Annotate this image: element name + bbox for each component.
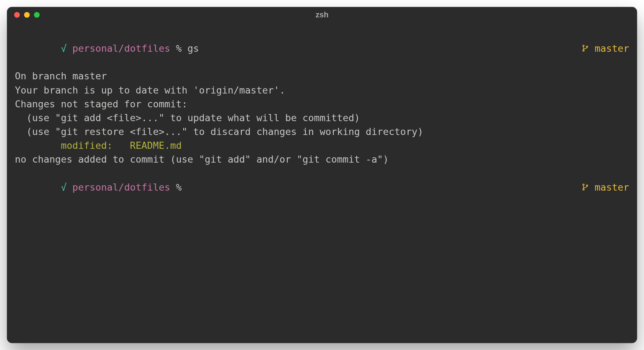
- prompt-line: √ personal/dotfiles % master: [15, 166, 629, 208]
- titlebar: zsh: [7, 7, 637, 23]
- svg-point-0: [583, 45, 584, 47]
- branch-indicator: master: [536, 166, 629, 208]
- svg-point-4: [583, 188, 584, 190]
- git-branch-icon: [582, 182, 589, 193]
- output-line: (use "git restore <file>..." to discard …: [15, 125, 629, 139]
- close-button[interactable]: [14, 12, 20, 18]
- git-branch-icon: [582, 43, 589, 54]
- prompt-symbol: %: [176, 43, 182, 54]
- prompt-line: √ personal/dotfiles % gs master: [15, 28, 629, 69]
- minimize-button[interactable]: [24, 12, 30, 18]
- branch-indicator: master: [536, 28, 629, 69]
- prompt-check-icon: √: [61, 182, 67, 193]
- branch-name: master: [594, 43, 629, 54]
- output-line: On branch master: [15, 69, 629, 83]
- svg-point-3: [583, 184, 584, 185]
- terminal-body[interactable]: √ personal/dotfiles % gs master On branc…: [7, 23, 637, 343]
- command-text: gs: [188, 43, 199, 54]
- svg-point-1: [583, 50, 584, 51]
- output-line: Changes not staged for commit:: [15, 97, 629, 111]
- window-title: zsh: [7, 10, 637, 19]
- output-line: no changes added to commit (use "git add…: [15, 152, 629, 166]
- output-line: (use "git add <file>..." to update what …: [15, 111, 629, 125]
- traffic-lights: [14, 12, 40, 18]
- prompt-symbol: %: [176, 182, 182, 193]
- branch-name: master: [594, 182, 629, 193]
- output-line: Your branch is up to date with 'origin/m…: [15, 83, 629, 97]
- prompt-check-icon: √: [61, 43, 67, 54]
- prompt-path: personal/dotfiles: [73, 43, 170, 54]
- svg-point-5: [586, 185, 588, 186]
- prompt-path: personal/dotfiles: [73, 182, 170, 193]
- terminal-window: zsh √ personal/dotfiles % gs master On b…: [7, 7, 637, 343]
- svg-point-2: [586, 46, 588, 47]
- output-line-modified: modified: README.md: [15, 139, 629, 152]
- zoom-button[interactable]: [34, 12, 40, 18]
